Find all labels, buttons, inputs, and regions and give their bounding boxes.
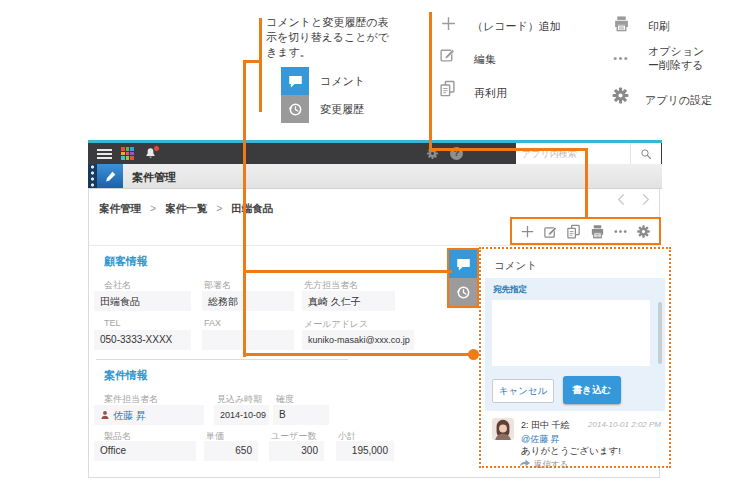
app-title: 案件管理: [132, 170, 176, 185]
field-value-fax: [202, 330, 294, 350]
annotation-add-label: （レコード）追加: [472, 19, 561, 34]
annotation-settings-label: アプリの設定: [645, 93, 712, 108]
search-button[interactable]: [630, 143, 661, 164]
annotation-left-description: コメントと変更履歴の表示を切り替えることができます。: [266, 15, 394, 60]
comment-timestamp: 2014-10-01 2:02 PM: [588, 420, 661, 429]
submit-button[interactable]: 書き込む: [563, 376, 621, 404]
section-title-customer: 顧客情報: [104, 254, 148, 269]
reuse-icon: [439, 80, 456, 97]
annotation-reuse-label: 再利用: [474, 86, 507, 101]
app-settings-gear-icon[interactable]: [636, 224, 651, 239]
breadcrumb-separator: >: [150, 202, 156, 214]
field-value-department: 総務部: [202, 291, 294, 311]
field-value-contact: 真崎 久仁子: [302, 291, 395, 311]
history-icon: [456, 285, 471, 300]
app-settings-gear-icon: [611, 86, 630, 105]
scrollbar[interactable]: [658, 302, 662, 364]
field-value-company: 田端食品: [94, 291, 191, 311]
options-icon[interactable]: [613, 224, 628, 239]
print-icon: [613, 15, 630, 32]
print-icon[interactable]: [590, 224, 605, 239]
global-header: ?: [88, 143, 662, 164]
annotation-options-sublabel: ー削除する: [648, 58, 704, 73]
user-icon: [100, 410, 110, 420]
breadcrumb-record[interactable]: 田端食品: [231, 202, 273, 214]
search-icon: [640, 148, 652, 160]
field-value-users: 300: [269, 441, 324, 461]
notification-badge: [153, 145, 160, 152]
search-input[interactable]: [516, 143, 630, 164]
field-value-probability: B: [273, 405, 329, 425]
cancel-button[interactable]: キャンセル: [492, 379, 554, 403]
connector-line: [245, 353, 473, 356]
reuse-icon[interactable]: [566, 224, 581, 239]
field-value-unit-price: 650: [204, 441, 258, 461]
field-value-expected: 2014-10-09: [214, 405, 269, 425]
field-value-email: kuniko-masaki@xxx.co.jp: [302, 330, 414, 350]
app-grid-icon[interactable]: [121, 147, 134, 160]
comment-panel-title: コメント: [494, 259, 537, 273]
annotation-history-label: 変更履歴: [320, 102, 364, 117]
hamburger-menu-icon[interactable]: [97, 149, 112, 159]
app-window: ? 案件管理 案件管理>案件一覧>田端食品: [88, 140, 660, 478]
section-divider: [96, 359, 348, 360]
field-value-product: Office: [94, 441, 196, 461]
notebook-spiral-decoration: [88, 164, 97, 188]
breadcrumb-app[interactable]: 案件管理: [99, 202, 141, 214]
comment-body: ありがとうございます!: [521, 445, 621, 458]
screenshot-root: コメントと変更履歴の表示を切り替えることができます。 コメント 変更履歴 （レコ…: [0, 0, 745, 495]
annotation-options-label: オプション: [648, 44, 704, 59]
record-toolbar: [510, 217, 661, 245]
breadcrumb-list[interactable]: 案件一覧: [165, 202, 207, 214]
pen-icon: [104, 170, 117, 183]
content-divider: [89, 245, 660, 246]
connector-line: [243, 60, 246, 357]
history-toggle-button[interactable]: [449, 278, 477, 306]
reply-button[interactable]: 返信する: [534, 459, 568, 471]
connector-line: [429, 12, 432, 151]
comment-toggle-button[interactable]: [449, 250, 477, 278]
field-label: TEL: [104, 318, 121, 328]
avatar: [492, 418, 514, 440]
previous-record-icon[interactable]: [614, 192, 629, 207]
user-link[interactable]: 佐藤 昇: [113, 410, 146, 421]
edit-icon: [439, 46, 456, 63]
app-title-bar: 案件管理: [88, 164, 662, 189]
breadcrumb: 案件管理>案件一覧>田端食品: [99, 202, 273, 216]
comment-textarea[interactable]: [492, 300, 650, 366]
field-value-tel: 050-3333-XXXX: [94, 330, 191, 350]
breadcrumb-separator: >: [216, 202, 222, 214]
comment-author: 2: 田中 千絵: [521, 419, 570, 432]
comment-panel: コメント 宛先指定 キャンセル 書き込む 2: 田中 千絵 2014-10-01…: [479, 247, 671, 468]
annotation-comment-label: コメント: [320, 74, 365, 89]
edit-icon[interactable]: [543, 224, 558, 239]
annotation-print-label: 印刷: [648, 19, 670, 34]
section-title-case: 案件情報: [104, 368, 148, 383]
reply-icon: [519, 457, 531, 469]
history-icon: [281, 95, 309, 123]
connector-line: [429, 148, 588, 151]
annotation-edit-label: 編集: [474, 52, 496, 67]
options-icon: [612, 50, 629, 67]
comment-icon: [281, 67, 309, 95]
connector-line: [245, 270, 452, 273]
connector-line: [259, 18, 262, 112]
next-record-icon[interactable]: [638, 192, 653, 207]
comment-form: 宛先指定 キャンセル 書き込む: [485, 278, 665, 411]
app-icon[interactable]: [97, 164, 123, 188]
connector-line: [585, 148, 588, 219]
field-value-subtotal: 195,000: [336, 441, 394, 461]
comment-icon: [456, 257, 471, 272]
connector-endpoint-dot: [468, 349, 479, 360]
mention-button[interactable]: 宛先指定: [493, 284, 527, 296]
sidebar-toggle-group: [447, 248, 479, 308]
add-record-icon[interactable]: [520, 224, 535, 239]
field-value-owner: 佐藤 昇: [94, 405, 204, 425]
field-label: FAX: [204, 318, 221, 328]
add-record-icon: [440, 15, 457, 32]
